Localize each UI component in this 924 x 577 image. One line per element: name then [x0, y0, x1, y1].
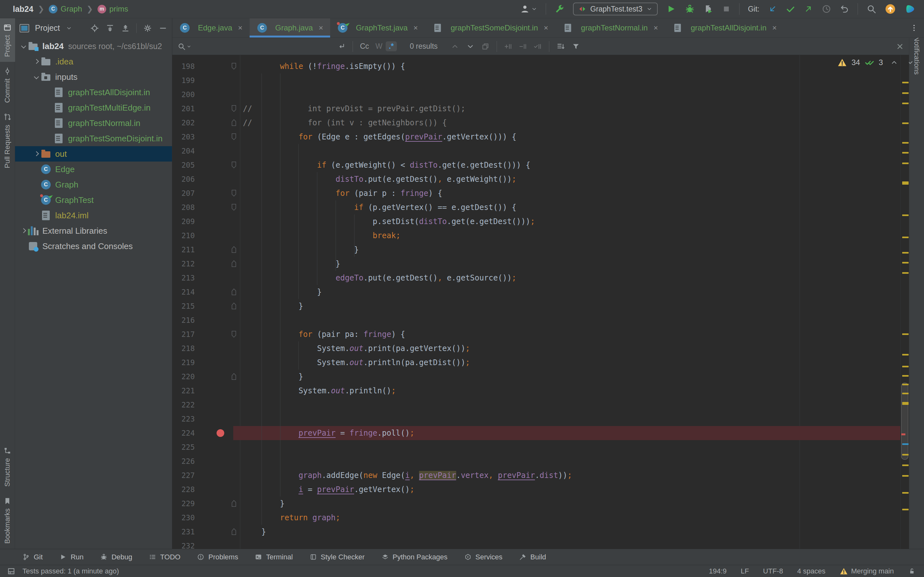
warn-stripe-mark[interactable] — [902, 214, 909, 216]
fold-marker-icon[interactable] — [231, 373, 236, 382]
line-number[interactable]: 210 — [172, 229, 195, 243]
warn-stripe-mark[interactable] — [902, 163, 909, 164]
line-number[interactable]: 211 — [172, 243, 195, 257]
line-number[interactable]: 217 — [172, 327, 195, 342]
gear-icon[interactable] — [143, 24, 152, 33]
tree-item-lab24[interactable]: lab24sources root, ~/cs61bl/su2 — [15, 39, 172, 54]
previous-occurrence-icon[interactable] — [451, 42, 459, 51]
status-lf[interactable]: LF — [741, 567, 749, 575]
code-line-203[interactable]: 203 for (Edge e : getEdges(prevPair.getV… — [172, 130, 900, 144]
warn-stripe-mark[interactable] — [902, 509, 909, 510]
regex-toggle[interactable]: .* — [386, 41, 397, 51]
break-stripe-mark[interactable] — [901, 434, 905, 435]
git-update-button[interactable] — [768, 4, 777, 14]
warn-stripe-mark[interactable] — [902, 252, 909, 253]
code-line-205[interactable]: 205 if (e.getWeight() < distTo.get(e.get… — [172, 158, 900, 172]
warn-stripe-mark[interactable] — [902, 464, 909, 466]
code-line-209[interactable]: 209 p.setDist(distTo.get(e.getDest())); — [172, 214, 900, 229]
tool-window-button-debug[interactable]: Debug — [100, 553, 132, 561]
line-number[interactable]: 214 — [172, 285, 195, 299]
close-tab-icon[interactable]: × — [238, 23, 242, 32]
warn-stripe-mark[interactable] — [902, 152, 909, 153]
fold-marker-icon[interactable] — [231, 500, 236, 508]
warn-stripe-mark[interactable] — [902, 122, 909, 124]
close-tab-icon[interactable]: × — [772, 23, 777, 32]
code-line-198[interactable]: 198 while (!fringe.isEmpty()) { — [172, 59, 900, 73]
check-filter-icon[interactable] — [533, 42, 542, 51]
line-number[interactable]: 212 — [172, 257, 195, 271]
tree-item-graphtestalldisjoint-in[interactable]: graphTestAllDisjoint.in — [15, 85, 172, 100]
breadcrumb-item[interactable]: mprims — [97, 5, 128, 13]
line-number[interactable]: 197 — [172, 55, 195, 59]
tab-graph-java[interactable]: CGraph.java× — [250, 18, 330, 37]
search-everywhere-icon[interactable] — [866, 4, 877, 14]
code-line-215[interactable]: 215 } — [172, 299, 900, 313]
warn-stripe-mark[interactable] — [902, 375, 909, 377]
line-number[interactable]: 213 — [172, 271, 195, 285]
tree-item-graph[interactable]: CGraph — [15, 177, 172, 192]
tool-window-button-build[interactable]: Build — [519, 553, 546, 561]
find-search-icon[interactable] — [178, 42, 186, 51]
line-number[interactable]: 220 — [172, 370, 195, 384]
status-merging-main[interactable]: Merging main — [840, 567, 894, 575]
match-case-toggle[interactable]: Cc — [357, 41, 372, 51]
line-number[interactable]: 228 — [172, 482, 195, 496]
line-number[interactable]: 205 — [172, 158, 195, 172]
code-line-232[interactable]: 232 — [172, 539, 900, 549]
warn-stripe-mark[interactable] — [902, 272, 909, 274]
fold-marker-icon[interactable] — [231, 190, 236, 198]
fold-marker-icon[interactable] — [231, 260, 236, 269]
close-find-bar-icon[interactable] — [895, 42, 905, 51]
warn-stripe-mark[interactable] — [902, 393, 909, 394]
warn-stripe-mark[interactable] — [902, 142, 909, 143]
code-line-226[interactable]: 226 — [172, 454, 900, 468]
code-line-202[interactable]: 202// for (int v : getNeighbors()) { — [172, 116, 900, 130]
hide-panel-icon[interactable] — [158, 24, 168, 33]
tree-item-external-libraries[interactable]: External Libraries — [15, 223, 172, 239]
code-line-210[interactable]: 210 break; — [172, 229, 900, 243]
close-tab-icon[interactable]: × — [654, 23, 658, 32]
line-number[interactable]: 198 — [172, 59, 195, 73]
history-button[interactable] — [822, 4, 831, 14]
code-line-212[interactable]: 212 } — [172, 257, 900, 271]
warn-stripe-mark[interactable] — [902, 237, 909, 238]
warn-stripe-mark[interactable] — [902, 454, 909, 456]
rollback-button[interactable] — [840, 4, 849, 14]
open-in-find-window-icon[interactable] — [481, 42, 489, 51]
tree-item-graphtestmultiedge-in[interactable]: graphTestMultiEdge.in — [15, 100, 172, 115]
code-line-204[interactable]: 204 — [172, 144, 900, 158]
fold-marker-icon[interactable] — [231, 119, 236, 127]
tool-window-button-style-checker[interactable]: Style Checker — [310, 553, 365, 561]
line-number[interactable]: 231 — [172, 525, 195, 539]
fold-marker-icon[interactable] — [231, 63, 236, 71]
line-number[interactable]: 208 — [172, 200, 195, 214]
error-stripe[interactable] — [900, 55, 909, 549]
code-line-229[interactable]: 229 } — [172, 496, 900, 511]
code-line-213[interactable]: 213 edgeTo.put(e.getDest(), e.getSource(… — [172, 271, 900, 285]
tab-options-icon[interactable] — [910, 24, 918, 32]
find-input[interactable] — [196, 42, 334, 51]
line-number[interactable]: 209 — [172, 214, 195, 229]
code-line-201[interactable]: 201// int prevDist = prevPair.getDist(); — [172, 102, 900, 116]
tree-item-out[interactable]: out — [15, 146, 172, 161]
warn-stripe-mark[interactable] — [902, 92, 909, 94]
status-message[interactable]: Tests passed: 1 (a minute ago) — [23, 567, 119, 575]
line-number[interactable]: 230 — [172, 511, 195, 525]
breadcrumb-project[interactable]: lab24 — [13, 5, 33, 14]
view-options-icon[interactable] — [556, 42, 565, 51]
tree-item-edge[interactable]: CEdge — [15, 161, 172, 177]
code-line-217[interactable]: 217 for (pair pa: fringe) { — [172, 327, 900, 342]
fold-marker-icon[interactable] — [231, 331, 236, 339]
line-number[interactable]: 226 — [172, 454, 195, 468]
code-with-me-icon[interactable] — [904, 3, 916, 15]
tab-graphtestsomedisjoint-in[interactable]: graphTestSomeDisjoint.in× — [425, 18, 556, 37]
previous-problem-icon[interactable] — [890, 58, 898, 67]
project-panel-title[interactable]: Project — [35, 23, 60, 33]
line-number[interactable]: 229 — [172, 496, 195, 511]
line-number[interactable]: 221 — [172, 384, 195, 398]
fold-marker-icon[interactable] — [231, 288, 236, 297]
add-filter-icon[interactable] — [504, 42, 512, 51]
warn-stripe-mark[interactable] — [902, 103, 909, 104]
line-number[interactable]: 216 — [172, 313, 195, 327]
warn-stripe-mark[interactable] — [902, 384, 909, 385]
